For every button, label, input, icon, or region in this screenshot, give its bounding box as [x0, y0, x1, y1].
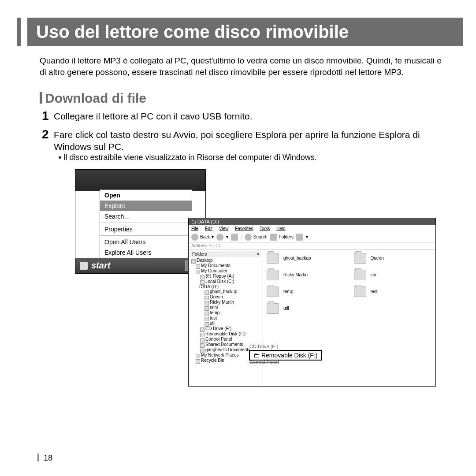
folder-icon [267, 286, 279, 297]
file-pane: ghost_backup Queen Ricky Martin srini te… [263, 249, 435, 386]
folder-icon [354, 286, 366, 297]
start-button[interactable]: start [91, 260, 110, 271]
callout-above: CD Drive (E:) [249, 344, 278, 349]
tree-util[interactable]: util [204, 321, 261, 326]
windows-flag-icon [80, 262, 88, 270]
tree-desktop[interactable]: Desktop [190, 258, 261, 263]
close-icon[interactable]: × [257, 252, 259, 257]
tree-datad[interactable]: DATA (D:) [199, 284, 219, 289]
tree-srini[interactable]: srini [204, 305, 261, 310]
folder-icon [354, 270, 366, 280]
folder-util[interactable]: util [267, 303, 345, 314]
up-icon[interactable] [231, 234, 238, 241]
context-menu: Open Explore Search… Properties Open All… [100, 190, 192, 258]
explorer-window: 🗀 DATA (D:) File Edit View Favorites Too… [188, 218, 436, 387]
folders-button[interactable]: Folders [270, 234, 294, 241]
back-icon [191, 234, 198, 241]
back-button[interactable]: Back ▾ [191, 234, 214, 241]
step-2: Fare click col tasto destro su Avvio, po… [44, 129, 445, 163]
search-icon [245, 234, 252, 241]
page-number: 18 [37, 454, 52, 463]
callout-removable-disk: 🗀 Removable Disk (F:) [249, 350, 322, 361]
search-button[interactable]: Search [245, 234, 268, 241]
explorer-title: 🗀 DATA (D:) [189, 218, 435, 225]
folder-icon [354, 253, 366, 264]
forward-icon[interactable] [216, 234, 223, 241]
menu-favorites[interactable]: Favorites [235, 226, 253, 231]
tree-mydocs[interactable]: My Documents [195, 263, 261, 268]
menu-properties[interactable]: Properties [100, 224, 192, 234]
folder-temp[interactable]: temp [267, 286, 345, 297]
tree-remov[interactable]: Removable Disk (F:) [199, 331, 261, 337]
menu-explore-all-users[interactable]: Explore All Users [100, 247, 192, 258]
folder-icon [267, 303, 279, 314]
menu-edit[interactable]: Edit [205, 226, 212, 231]
explorer-menubar: File Edit View Favorites Tools Help [189, 225, 435, 232]
menu-search[interactable]: Search… [100, 211, 192, 222]
folder-srini[interactable]: srini [354, 270, 432, 280]
screenshot-figure: Open Explore Search… Properties Open All… [75, 169, 476, 412]
intro-paragraph: Quando il lettore MP3 è collegato al PC,… [40, 55, 445, 78]
menu-explore[interactable]: Explore [100, 201, 192, 211]
step-2-bullet: Il disco estraibile viene visualizzato i… [58, 152, 445, 163]
tree-mycomp[interactable]: My Computer [195, 268, 261, 274]
folder-ghost[interactable]: ghost_backup [267, 253, 345, 264]
tree-temp[interactable]: temp [204, 310, 261, 316]
views-icon[interactable] [296, 234, 303, 241]
folder-tree: Folders× Desktop My Documents My Compute… [189, 249, 263, 386]
tree-cdrom[interactable]: CD Drive (E:) [199, 326, 261, 331]
tree-test[interactable]: test [204, 316, 261, 321]
menu-open-all-users[interactable]: Open All Users [100, 237, 192, 247]
steps-list: Collegare il lettore al PC con il cavo U… [44, 110, 445, 163]
tree-cpanel[interactable]: Control Panel [199, 337, 261, 342]
taskbar: start untitle [75, 258, 205, 273]
folder-icon [267, 270, 279, 280]
tree-ricky[interactable]: Ricky Martin [204, 300, 261, 305]
context-menu-screenshot: Open Explore Search… Properties Open All… [75, 169, 206, 274]
folder-ricky[interactable]: Ricky Martin [267, 270, 345, 280]
tree-localc[interactable]: Local Disk (C:) [199, 279, 261, 284]
menu-tools[interactable]: Tools [260, 226, 270, 231]
folder-test[interactable]: test [354, 286, 432, 297]
folders-icon [270, 234, 277, 241]
tree-header: Folders [192, 252, 207, 257]
section-heading: Download di file [40, 91, 445, 106]
tree-ghost[interactable]: ghost_backup [204, 289, 261, 294]
menu-open[interactable]: Open [100, 190, 192, 201]
tree-floppy[interactable]: 3½ Floppy (A:) [199, 274, 261, 279]
folder-queen[interactable]: Queen [354, 253, 432, 264]
folder-icon [267, 253, 279, 264]
menu-help[interactable]: Help [276, 226, 286, 231]
explorer-toolbar: Back ▾ ▾ | Search Folders ▾ [189, 232, 435, 242]
menu-view[interactable]: View [219, 226, 229, 231]
step-1: Collegare il lettore al PC con il cavo U… [44, 110, 445, 122]
page-title: Uso del lettore come disco rimovibile [27, 18, 463, 46]
tree-queen[interactable]: Queen [204, 294, 261, 300]
menu-file[interactable]: File [191, 226, 198, 231]
address-bar[interactable]: Address 🗀 D:\ [189, 242, 435, 249]
